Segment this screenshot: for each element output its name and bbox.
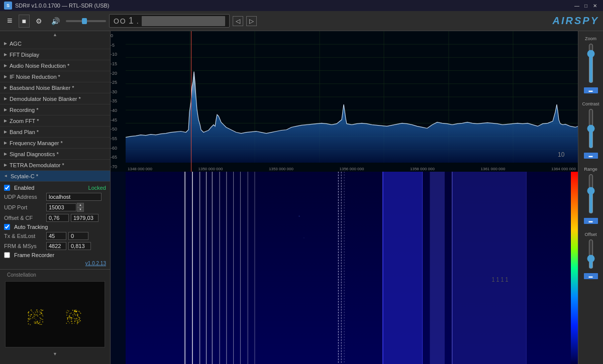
sidebar-item-if-noise[interactable]: ▶IF Noise Reduction *: [0, 71, 110, 82]
sidebar: ▲ ▶AGC▶FFT Display▶Audio Noise Reduction…: [0, 31, 111, 364]
port-up-button[interactable]: ▲: [77, 203, 84, 207]
enabled-row: Enabled Locked: [4, 185, 106, 191]
sidebar-item-signal-diag[interactable]: ▶Signal Diagnostics *: [0, 149, 110, 160]
freq-prefix: OO: [114, 17, 127, 25]
zoom-btn-1[interactable]: ▬: [584, 87, 598, 93]
sidebar-label-signal-diag: Signal Diagnostics *: [10, 151, 59, 157]
offset-btn-1[interactable]: ▬: [584, 273, 598, 279]
x-label: 1358 000 000: [410, 167, 435, 171]
volume-slider[interactable]: [66, 20, 106, 22]
right-sidebar: Zoom ▬ Contrast ▬ Range ▬ Offset ▬: [578, 31, 603, 364]
sidebar-item-audio-noise[interactable]: ▶Audio Noise Reduction *: [0, 60, 110, 71]
color-bar: [571, 172, 578, 364]
freq-left-button[interactable]: ◁: [233, 16, 243, 26]
y-label: -10: [111, 52, 125, 57]
sidebar-item-zoom-fft[interactable]: ▶Zoom FFT *: [0, 115, 110, 127]
sidebar-item-scytale[interactable]: ▼Scytale-C *: [0, 171, 110, 182]
y-label: -20: [111, 71, 125, 76]
sidebar-label-band-plan: Band Plan *: [10, 129, 39, 135]
sidebar-arrow-scytale: ▼: [4, 174, 8, 178]
udp-port-input[interactable]: [46, 203, 76, 211]
window-title: SDR# v1.0.0.1700 — RTL-SDR (USB): [15, 3, 573, 9]
content-area: 0-5-10-15-20-25-30-35-40-45-50-55-60-65-…: [111, 31, 578, 364]
range-btn-1[interactable]: ▬: [584, 218, 598, 224]
sidebar-item-agc[interactable]: ▶AGC: [0, 38, 110, 49]
stop-button[interactable]: ■: [19, 15, 30, 28]
sidebar-label-baseband-noise: Baseband Noise Blanker *: [10, 85, 74, 91]
x-label: 1361 000 000: [481, 167, 506, 171]
titlebar: S SDR# v1.0.0.1700 — RTL-SDR (USB) — □ ✕: [0, 0, 603, 11]
sidebar-label-tetra-demod: TETRA Demodulator *: [10, 162, 64, 168]
constellation-canvas: [8, 282, 103, 347]
sidebar-item-fft-display[interactable]: ▶FFT Display: [0, 49, 110, 60]
udp-address-label: UDP Address: [4, 194, 44, 200]
frm-input[interactable]: [46, 242, 66, 250]
settings-button[interactable]: ⚙: [33, 15, 45, 27]
sidebar-item-tetra-demod[interactable]: ▶TETRA Demodulator *: [0, 160, 110, 171]
estlost-input[interactable]: [68, 232, 88, 240]
range-slider[interactable]: [586, 174, 595, 214]
offset-cf-row: Offset & CF: [4, 214, 106, 222]
airspy-logo: AIRSPY: [553, 15, 599, 27]
sidebar-scroll-down[interactable]: ▼: [0, 350, 110, 357]
x-label: 1353 000 000: [269, 167, 293, 171]
sidebar-label-zoom-fft: Zoom FFT *: [10, 118, 39, 124]
sidebar-arrow-band-plan: ▶: [4, 130, 7, 134]
close-button[interactable]: ✕: [591, 2, 599, 10]
contrast-slider-container: [586, 108, 595, 149]
waterfall-y-labels: [111, 172, 126, 364]
cf-input[interactable]: [71, 214, 98, 222]
auto-tracking-checkbox[interactable]: [4, 224, 10, 230]
auto-tracking-label: Auto Tracking: [14, 224, 48, 230]
spectrum-y-labels: 0-5-10-15-20-25-30-35-40-45-50-55-60-65-…: [111, 31, 125, 172]
y-label: -70: [111, 165, 125, 169]
y-label: -60: [111, 146, 125, 151]
spectrum-display: 0-5-10-15-20-25-30-35-40-45-50-55-60-65-…: [111, 31, 578, 172]
freq-right-button[interactable]: ▷: [246, 16, 257, 26]
auto-tracking-row: Auto Tracking: [4, 224, 106, 230]
menu-button[interactable]: ≡: [4, 14, 16, 28]
contrast-slider[interactable]: [586, 108, 595, 149]
tx-input[interactable]: [46, 232, 66, 240]
maximize-button[interactable]: □: [582, 2, 590, 10]
y-label: -35: [111, 99, 125, 103]
port-spinner-arrows: ▲ ▼: [77, 203, 84, 212]
sidebar-scroll-up[interactable]: ▲: [0, 31, 110, 38]
contrast-btn-1[interactable]: ▬: [584, 153, 598, 159]
frame-recorder-label: Frame Recorder: [14, 252, 54, 258]
locked-status: Locked: [88, 185, 106, 191]
sidebar-label-recording: Recording *: [10, 107, 38, 113]
enabled-checkbox[interactable]: [4, 185, 10, 191]
frame-recorder-checkbox[interactable]: [4, 252, 10, 258]
zoom-slider[interactable]: [586, 43, 595, 83]
svg-rect-34: [430, 172, 445, 364]
y-label: -5: [111, 43, 125, 48]
version-link[interactable]: v1.0.2.13: [85, 261, 106, 266]
sidebar-arrow-fft-display: ▶: [4, 52, 7, 57]
waterfall-display: 1 1 1 1: [111, 172, 578, 364]
sidebar-item-demod-noise[interactable]: ▶Demodulator Noise Blanker *: [0, 93, 110, 104]
sidebar-arrow-demod-noise: ▶: [4, 96, 7, 101]
sidebar-label-demod-noise: Demodulator Noise Blanker *: [10, 96, 81, 102]
sidebar-items: ▶AGC▶FFT Display▶Audio Noise Reduction *…: [0, 38, 110, 182]
sidebar-item-recording[interactable]: ▶Recording *: [0, 104, 110, 115]
y-label: -40: [111, 108, 125, 113]
enabled-label: Enabled: [14, 185, 34, 191]
msys-input[interactable]: [68, 242, 91, 250]
sidebar-item-freq-manager[interactable]: ▶Frequency Manager *: [0, 138, 110, 149]
offset-slider-container: [586, 239, 595, 269]
volume-thumb: [82, 18, 87, 24]
svg-rect-39: [304, 237, 304, 238]
audio-button[interactable]: 🔊: [48, 15, 63, 27]
toolbar: ≡ ■ ⚙ 🔊 OO 1 . ◁ ▷ AIRSPY: [0, 11, 603, 31]
offset-input[interactable]: [46, 214, 69, 222]
sidebar-item-baseband-noise[interactable]: ▶Baseband Noise Blanker *: [0, 82, 110, 93]
offset-label: Offset: [585, 232, 597, 237]
svg-rect-38: [299, 216, 300, 217]
udp-address-input[interactable]: [46, 193, 102, 201]
sidebar-item-band-plan[interactable]: ▶Band Plan *: [0, 127, 110, 138]
port-down-button[interactable]: ▼: [77, 207, 84, 212]
minimize-button[interactable]: —: [573, 2, 581, 10]
offset-slider[interactable]: [586, 239, 595, 269]
udp-port-spinner: ▲ ▼: [46, 203, 84, 212]
